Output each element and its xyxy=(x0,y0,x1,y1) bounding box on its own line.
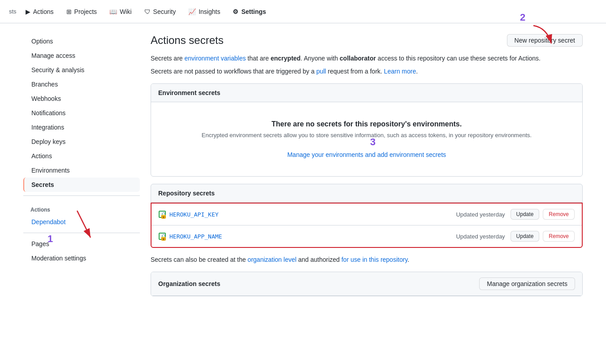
update-button-2[interactable]: Update xyxy=(511,231,540,242)
nav-projects[interactable]: ⊞ Projects xyxy=(61,4,103,19)
secret-row-1: 🔒 HEROKU_API_KEY Updated yesterday Updat… xyxy=(152,204,582,225)
nav-actions[interactable]: ▶ Actions xyxy=(20,4,59,19)
settings-icon: ⚙ xyxy=(233,8,238,15)
sidebar-item-secrets[interactable]: Secrets xyxy=(23,178,140,192)
pull-link[interactable]: pull xyxy=(316,68,326,75)
sidebar-item-branches[interactable]: Branches xyxy=(23,77,140,91)
sidebar-item-pages[interactable]: Pages xyxy=(23,237,140,251)
page-title: Actions secrets xyxy=(151,34,224,47)
learn-more-link[interactable]: Learn more xyxy=(384,68,416,75)
manage-environments-link[interactable]: Manage your environments and add environ… xyxy=(158,151,575,158)
sidebar-item-security-analysis[interactable]: Security & analysis xyxy=(23,63,140,77)
secret-updated-2: Updated yesterday xyxy=(456,233,505,240)
repository-secrets-header: Repository secrets xyxy=(151,184,583,203)
sidebar-item-integrations[interactable]: Integrations xyxy=(23,120,140,134)
secret-row-2: 🔒 HEROKU_APP_NAME Updated yesterday Upda… xyxy=(152,225,582,247)
sidebar-section-actions-label: Actions xyxy=(23,199,140,215)
secret-actions-2: Update Remove xyxy=(511,231,575,242)
nav-prefix: sts xyxy=(7,4,18,18)
sidebar-item-notifications[interactable]: Notifications xyxy=(23,106,140,120)
lock-icon-2: 🔒 xyxy=(159,233,166,240)
sidebar-item-options[interactable]: Options xyxy=(23,34,140,48)
update-button-1[interactable]: Update xyxy=(511,209,540,220)
dependabot-link[interactable]: Dependabot xyxy=(31,218,65,225)
projects-icon: ⊞ xyxy=(66,8,72,15)
secret-name-1: HEROKU_API_KEY xyxy=(169,211,456,218)
environment-secrets-header: Environment secrets xyxy=(151,84,582,102)
nav-insights[interactable]: 📈 Insights xyxy=(183,4,225,19)
wiki-icon: 📖 xyxy=(109,8,117,15)
sidebar-item-manage-access[interactable]: Manage access xyxy=(23,48,140,63)
organization-secrets-box: Organization secrets Manage organization… xyxy=(151,272,583,296)
secret-actions-1: Update Remove xyxy=(511,209,575,220)
repository-secrets-highlighted: 🔒 HEROKU_API_KEY Updated yesterday Updat… xyxy=(151,203,583,248)
actions-icon: ▶ xyxy=(26,8,30,15)
manage-organization-secrets-button[interactable]: Manage organization secrets xyxy=(479,277,575,290)
nav-wiki[interactable]: 📖 Wiki xyxy=(104,4,137,19)
sidebar-divider-2 xyxy=(23,233,140,233)
description-2: Secrets are not passed to workflows that… xyxy=(151,67,583,76)
insights-icon: 📈 xyxy=(188,8,196,15)
new-repository-secret-button[interactable]: New repository secret xyxy=(507,34,583,47)
top-nav: sts ▶ Actions ⊞ Projects 📖 Wiki 🛡 Securi… xyxy=(0,0,606,23)
nav-security[interactable]: 🛡 Security xyxy=(139,4,182,19)
environment-secrets-box: Environment secrets There are no secrets… xyxy=(151,83,583,177)
sidebar-divider xyxy=(23,195,140,196)
annotation-badge-3: 3 xyxy=(370,136,376,148)
security-icon: 🛡 xyxy=(144,8,151,15)
organization-secrets-header: Organization secrets Manage organization… xyxy=(151,272,582,296)
sidebar-item-moderation[interactable]: Moderation settings xyxy=(23,251,140,265)
environment-secrets-empty: There are no secrets for this repository… xyxy=(151,102,582,176)
footer-note: Secrets can also be created at the organ… xyxy=(151,255,583,264)
sidebar-item-dependabot[interactable]: Dependabot xyxy=(23,215,140,229)
secret-name-2: HEROKU_APP_NAME xyxy=(169,233,456,240)
sidebar-item-environments[interactable]: Environments xyxy=(23,163,140,178)
repository-secrets-section: 1 Repository secrets xyxy=(151,184,583,248)
description-1: Secrets are environment variables that a… xyxy=(151,54,583,63)
sidebar-item-actions[interactable]: Actions xyxy=(23,149,140,163)
remove-button-1[interactable]: Remove xyxy=(543,209,575,220)
env-secrets-empty-desc: Encrypted environment secrets allow you … xyxy=(158,132,575,139)
for-use-link[interactable]: for use in this repository xyxy=(342,256,408,263)
sidebar-item-webhooks[interactable]: Webhooks xyxy=(23,91,140,106)
env-vars-link[interactable]: environment variables xyxy=(184,55,246,62)
secret-updated-1: Updated yesterday xyxy=(456,211,505,218)
env-secrets-empty-title: There are no secrets for this repository… xyxy=(158,120,575,128)
lock-icon-1: 🔒 xyxy=(159,211,166,218)
main-layout: Options Manage access Security & analysi… xyxy=(16,23,590,314)
org-level-link[interactable]: organization level xyxy=(247,256,296,263)
sidebar: Options Manage access Security & analysi… xyxy=(23,34,140,303)
nav-settings[interactable]: ⚙ Settings xyxy=(227,4,271,19)
remove-button-2[interactable]: Remove xyxy=(543,231,575,242)
content-area: Actions secrets 2 xyxy=(151,34,583,303)
page-header: Actions secrets 2 xyxy=(151,34,583,47)
sidebar-item-deploy-keys[interactable]: Deploy keys xyxy=(23,134,140,149)
